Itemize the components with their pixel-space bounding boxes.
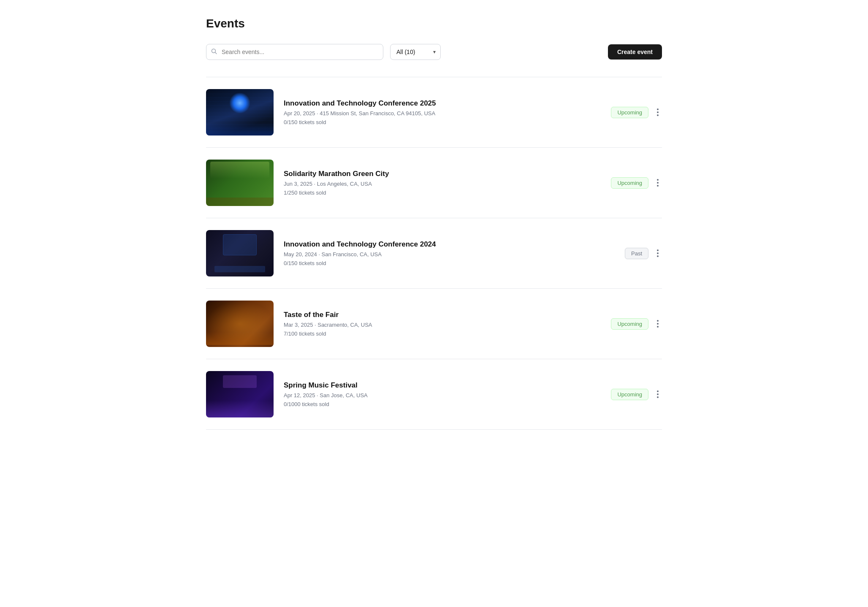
event-thumbnail-1: [206, 89, 274, 135]
event-actions-2: Upcoming: [611, 177, 662, 189]
event-thumbnail-2: [206, 160, 274, 206]
event-info-1: Innovation and Technology Conference 202…: [284, 99, 601, 125]
event-meta: Apr 12, 2025 · San Jose, CA, USA: [284, 392, 601, 398]
event-actions-3: Past: [625, 248, 662, 259]
filter-wrapper: All (10) Upcoming Past ▾: [390, 44, 441, 60]
event-name: Innovation and Technology Conference 202…: [284, 99, 601, 108]
event-meta: May 20, 2024 · San Francisco, CA, USA: [284, 251, 615, 257]
event-meta: Jun 3, 2025 · Los Angeles, CA, USA: [284, 181, 601, 187]
page-title: Events: [206, 17, 662, 30]
list-item: Innovation and Technology Conference 202…: [206, 77, 662, 148]
list-item: Solidarity Marathon Green City Jun 3, 20…: [206, 148, 662, 218]
status-badge: Upcoming: [611, 318, 648, 330]
toolbar: All (10) Upcoming Past ▾ Create event: [206, 44, 662, 60]
event-info-2: Solidarity Marathon Green City Jun 3, 20…: [284, 170, 601, 196]
events-list: Innovation and Technology Conference 202…: [206, 77, 662, 430]
status-badge: Upcoming: [611, 177, 648, 189]
event-tickets: 1/250 tickets sold: [284, 190, 601, 196]
event-tickets: 0/150 tickets sold: [284, 260, 615, 266]
event-meta: Apr 20, 2025 · 415 Mission St, San Franc…: [284, 110, 601, 117]
status-badge: Upcoming: [611, 107, 648, 118]
search-wrapper: [206, 44, 383, 60]
svg-line-1: [215, 52, 217, 54]
event-name: Innovation and Technology Conference 202…: [284, 240, 615, 249]
event-name: Taste of the Fair: [284, 311, 601, 319]
event-info-4: Taste of the Fair Mar 3, 2025 · Sacramen…: [284, 311, 601, 337]
more-options-button[interactable]: [654, 248, 662, 259]
event-name: Solidarity Marathon Green City: [284, 170, 601, 178]
event-thumbnail-4: [206, 301, 274, 347]
event-info-3: Innovation and Technology Conference 202…: [284, 240, 615, 266]
status-badge: Upcoming: [611, 389, 648, 400]
event-meta: Mar 3, 2025 · Sacramento, CA, USA: [284, 322, 601, 328]
create-event-button[interactable]: Create event: [608, 44, 662, 60]
more-options-button[interactable]: [654, 107, 662, 118]
event-tickets: 0/150 tickets sold: [284, 119, 601, 125]
event-actions-5: Upcoming: [611, 389, 662, 400]
event-tickets: 7/100 tickets sold: [284, 331, 601, 337]
more-options-button[interactable]: [654, 177, 662, 188]
status-badge: Past: [625, 248, 648, 259]
list-item: Taste of the Fair Mar 3, 2025 · Sacramen…: [206, 289, 662, 359]
event-thumbnail-3: [206, 230, 274, 276]
event-info-5: Spring Music Festival Apr 12, 2025 · San…: [284, 381, 601, 407]
list-item: Spring Music Festival Apr 12, 2025 · San…: [206, 359, 662, 430]
event-thumbnail-5: [206, 371, 274, 417]
event-name: Spring Music Festival: [284, 381, 601, 390]
more-options-button[interactable]: [654, 389, 662, 400]
event-actions-4: Upcoming: [611, 318, 662, 330]
search-input[interactable]: [206, 44, 383, 60]
event-tickets: 0/1000 tickets sold: [284, 401, 601, 407]
event-actions-1: Upcoming: [611, 107, 662, 118]
list-item: Innovation and Technology Conference 202…: [206, 218, 662, 289]
filter-select[interactable]: All (10) Upcoming Past: [390, 44, 441, 60]
more-options-button[interactable]: [654, 318, 662, 329]
search-icon: [211, 49, 217, 56]
